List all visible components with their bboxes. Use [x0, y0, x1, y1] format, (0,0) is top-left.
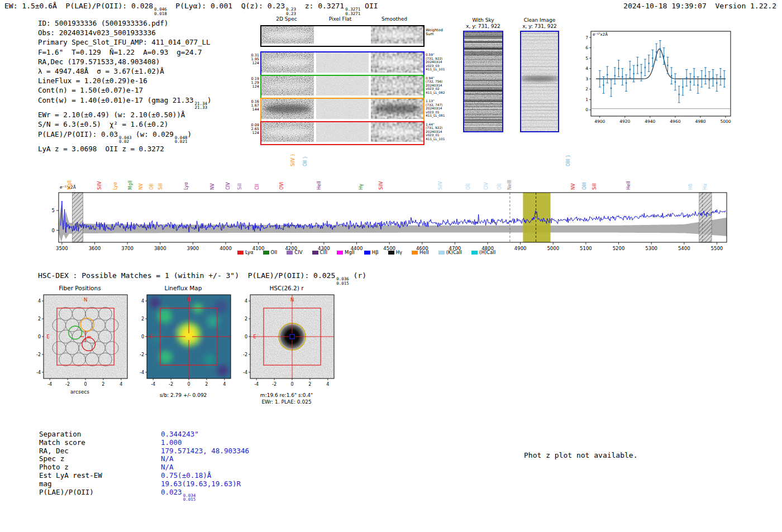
match-row: Match score1.000 [39, 439, 249, 447]
legend-label: OII [271, 250, 278, 255]
svg-text:3800: 3800 [154, 246, 166, 251]
match-row-value: 0.0230.0340.015 [161, 488, 196, 502]
svg-text:3600: 3600 [89, 246, 101, 251]
spec2d-row: Weighted Sum [260, 25, 425, 47]
emission-line-label: OII [466, 184, 471, 190]
spectrum-legend: LyαOIICIVCIIIMgIIHβHγHeII(K)CaII(H)CaII [237, 250, 495, 255]
line-fit-plot: 01234567490049204940496049805000e⁻¹⁷x2Å [580, 25, 735, 132]
svg-text:6: 6 [585, 45, 588, 50]
match-row: Est LyA rest-EW0.75(±0.18)Å [39, 472, 249, 480]
info-line: F=1.6" T=0.129 N̄=1.22 A=0.93 g=24.7 [38, 47, 212, 57]
twod-spec-image [261, 99, 314, 119]
emission-line-label: OVI [279, 182, 284, 190]
fiber-weight-labels: 0.092.65124 [250, 123, 259, 136]
emission-line-label: NV [210, 183, 215, 190]
svg-text:2: 2 [308, 382, 311, 387]
masked-region [699, 193, 712, 242]
svg-text:5100: 5100 [580, 246, 592, 251]
emission-line-label: OIII } [566, 155, 571, 166]
spec2d-header-pixelflat: Pixel Flat [314, 16, 366, 22]
svg-text:5000: 5000 [547, 246, 559, 251]
smoothed-image [371, 26, 423, 44]
info-line: Primary Spec_Slot_IFU_AMP: 411_014_077_L… [38, 37, 212, 47]
svg-text:4: 4 [141, 299, 144, 304]
hsc-cutout-plot: NE-4-4-2-2002244 [233, 293, 340, 389]
stacked-uncertainty: 0.0460.018 [154, 7, 167, 16]
match-row-label: mag [39, 480, 161, 488]
svg-text:4940: 4940 [645, 119, 655, 124]
hsc-caption-mag: m:19.6 re:1.6" s:0.4" [233, 392, 340, 398]
legend-item: Hγ [388, 250, 402, 255]
legend-label: CIII [320, 250, 327, 255]
emission-line-label: CIV [226, 182, 231, 190]
match-row: RA, Dec179.571423, 48.903346 [39, 447, 249, 456]
emission-line-label: OIII [582, 183, 587, 190]
match-row-label: Spec z [39, 455, 161, 463]
legend-item: (K)CaII [438, 250, 462, 255]
info-line: S/N = 6.3(±0.5) χ² = 1.6(±0.2) [38, 119, 212, 129]
info-line: Cont(w) = 1.40(±0.01)e-17 (gmag 21.3321.… [38, 95, 212, 111]
fiber-annotation: 0.59" (731, 922) 20240314 v023_03 411_LL… [426, 53, 445, 71]
emission-line-label: Hγ [359, 184, 364, 190]
stacked-uncertainty: 0.0340.015 [183, 493, 196, 502]
svg-text:4: 4 [326, 382, 329, 387]
emission-line-label: OII } [303, 156, 308, 166]
match-row: P(LAE)/P(OII)0.0230.0340.015 [39, 488, 249, 502]
legend-swatch [471, 251, 478, 255]
emission-line-label: CIV [484, 182, 489, 190]
svg-text:-4: -4 [140, 370, 144, 375]
match-row-label: Separation [39, 430, 161, 439]
fiber-positions-plot: NE-4-4-2-2002244 [27, 293, 133, 389]
pixel-flat-image [316, 26, 369, 44]
svg-text:-4: -4 [47, 382, 52, 387]
stacked-uncertainty: 0.32710.3271 [345, 7, 360, 16]
spec2d-row: 0.092.651241.44" (731, 922) 20240314 v02… [260, 121, 425, 146]
match-row-label: P(LAE)/P(OII) [39, 488, 161, 502]
svg-text:4980: 4980 [695, 119, 705, 124]
match-row-label: Match score [39, 439, 161, 447]
match-row-label: RA, Dec [39, 447, 161, 456]
svg-text:-4: -4 [151, 382, 155, 387]
match-row: Separation0.344243" [39, 430, 249, 439]
legend-label: MgII [345, 250, 355, 255]
hsc-caption-ewr: EWr: 1. PLAE: 0.025 [233, 399, 340, 405]
legend-label: (K)CaII [446, 250, 462, 255]
hsc-match-summary: HSC-DEX : Possible Matches = 1 (within +… [38, 271, 366, 286]
twod-spec-image [261, 76, 314, 96]
smoothed-image [371, 76, 423, 96]
info-line: LineFlux = 1.20(±0.29)e-16 [38, 76, 212, 85]
clean-image-coords: x, y: 731, 922 [514, 23, 565, 29]
legend-label: (H)CaII [479, 250, 495, 255]
svg-text:2: 2 [102, 382, 104, 387]
smoothed-image [371, 52, 423, 73]
clean-image-title: Clean Image [514, 17, 565, 23]
legend-item: CIII [312, 250, 327, 255]
emission-line-label: SiII [592, 183, 597, 190]
match-row-value: 0.344243" [161, 430, 199, 439]
legend-label: Hβ [372, 250, 379, 255]
emission-line-label: MgII [67, 180, 72, 190]
svg-text:0: 0 [187, 382, 190, 387]
legend-swatch [388, 251, 394, 255]
svg-text:4: 4 [223, 382, 226, 387]
stacked-uncertainty: 21.3421.33 [194, 102, 207, 111]
emission-line-label: NV [571, 183, 576, 190]
legend-swatch [364, 251, 370, 255]
emission-line-label: SiII [158, 183, 163, 190]
match-row-value: N/A [161, 455, 174, 463]
legend-item: (H)CaII [471, 250, 495, 255]
legend-item: Lyα [237, 250, 254, 255]
svg-text:4900: 4900 [514, 246, 527, 251]
pixel-flat-image [316, 52, 369, 73]
svg-text:E: E [150, 334, 153, 339]
match-row-value: 1.000 [161, 439, 182, 447]
masked-region [73, 193, 83, 242]
pixel-flat-image [316, 99, 369, 119]
legend-swatch [337, 251, 343, 255]
legend-item: Hβ [364, 250, 379, 255]
svg-text:2: 2 [141, 317, 144, 322]
spec2d-row: 0.311.951240.59" (731, 922) 20240314 v02… [260, 51, 425, 76]
emission-highlight-band [523, 193, 550, 242]
svg-text:-2: -2 [140, 352, 144, 357]
twod-spec-image [261, 122, 314, 142]
